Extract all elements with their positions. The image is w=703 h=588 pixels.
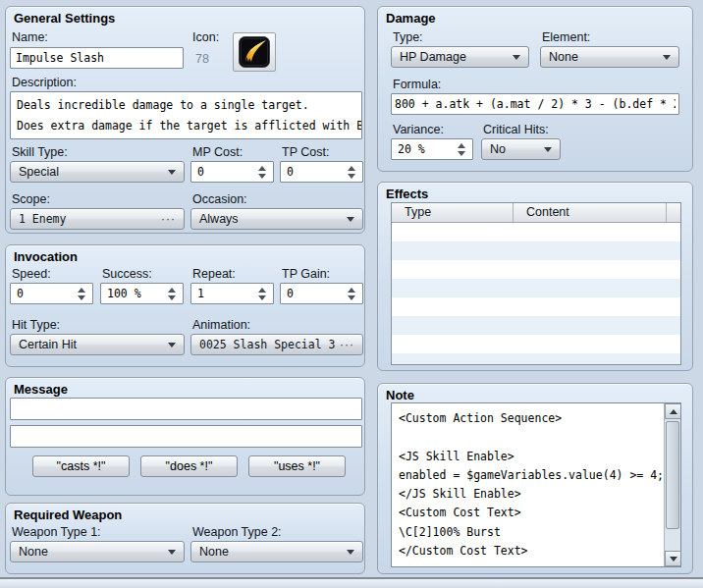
animation-label: Animation: bbox=[192, 318, 250, 332]
note-scrollbar[interactable] bbox=[664, 403, 680, 566]
mp-cost-stepper[interactable]: 0 bbox=[190, 161, 274, 183]
spinner-up-icon[interactable] bbox=[348, 288, 355, 293]
mp-cost-value: 0 bbox=[197, 165, 255, 179]
element-select[interactable]: None bbox=[540, 46, 679, 68]
message-line2-input[interactable] bbox=[10, 425, 362, 448]
tp-cost-label: TP Cost: bbox=[282, 145, 329, 159]
hit-type-label: Hit Type: bbox=[12, 318, 60, 332]
spinner-buttons bbox=[75, 288, 88, 300]
name-input[interactable] bbox=[10, 47, 184, 69]
spinner-up-icon[interactable] bbox=[168, 288, 176, 293]
note-title: Note bbox=[386, 388, 414, 402]
message-group: Message "casts *!" "does *!" "uses *!" bbox=[5, 377, 365, 496]
speed-value: 0 bbox=[17, 287, 75, 300]
spinner-buttons bbox=[455, 143, 468, 156]
effects-table-header: Type Content bbox=[392, 203, 680, 223]
scope-label: Scope: bbox=[12, 192, 50, 206]
spinner-buttons bbox=[255, 166, 269, 179]
animation-value: 0025 Slash Special 3 bbox=[199, 338, 336, 351]
success-label: Success: bbox=[102, 267, 152, 281]
effects-table: Type Content bbox=[391, 202, 681, 365]
required-weapon-title: Required Weapon bbox=[14, 508, 122, 522]
icon-label: Icon: bbox=[192, 30, 219, 44]
effects-list[interactable] bbox=[392, 223, 680, 364]
spinner-down-icon[interactable] bbox=[78, 295, 85, 300]
tp-cost-stepper[interactable]: 0 bbox=[280, 161, 363, 183]
skill-type-value: Special bbox=[19, 165, 164, 179]
weapon-type1-select[interactable]: None bbox=[10, 541, 185, 562]
element-value: None bbox=[549, 50, 659, 64]
uses-template-button[interactable]: "uses *!" bbox=[248, 455, 346, 477]
dropdown-arrow-icon bbox=[513, 55, 520, 60]
dropdown-arrow-icon bbox=[168, 550, 176, 555]
variance-value: 20 % bbox=[398, 142, 455, 156]
critical-hits-value: No bbox=[490, 142, 540, 156]
success-stepper[interactable]: 100 % bbox=[100, 283, 184, 304]
speed-label: Speed: bbox=[12, 267, 51, 281]
damage-group: Damage Type: HP Damage Element: None For… bbox=[377, 6, 693, 172]
spinner-buttons bbox=[165, 288, 179, 300]
more-icon: ··· bbox=[340, 338, 354, 351]
dropdown-arrow-icon bbox=[663, 55, 671, 60]
animation-picker-button[interactable]: 0025 Slash Special 3 ··· bbox=[190, 334, 363, 355]
speed-stepper[interactable]: 0 bbox=[10, 283, 93, 304]
spinner-down-icon[interactable] bbox=[458, 151, 465, 156]
scope-value: 1 Enemy bbox=[19, 212, 157, 226]
spinner-down-icon[interactable] bbox=[348, 295, 355, 300]
required-weapon-group: Required Weapon Weapon Type 1: None Weap… bbox=[5, 503, 365, 574]
description-input[interactable]: Deals incredible damage to a single targ… bbox=[10, 91, 362, 139]
spinner-up-icon[interactable] bbox=[78, 288, 85, 293]
casts-template-button[interactable]: "casts *!" bbox=[32, 455, 130, 477]
repeat-label: Repeat: bbox=[192, 267, 236, 281]
note-textarea[interactable]: <Custom Action Sequence> <JS Skill Enabl… bbox=[391, 402, 681, 567]
message-title: Message bbox=[14, 382, 68, 397]
effects-col-content: Content bbox=[514, 203, 667, 222]
skill-editor-window: General Settings Name: Icon: 78 Descr bbox=[0, 0, 703, 588]
icon-index: 78 bbox=[195, 52, 209, 66]
spinner-up-icon[interactable] bbox=[258, 288, 266, 293]
spinner-down-icon[interactable] bbox=[258, 174, 266, 179]
critical-hits-label: Critical Hits: bbox=[483, 123, 549, 136]
tp-cost-value: 0 bbox=[287, 165, 345, 179]
spinner-up-icon[interactable] bbox=[348, 166, 355, 171]
note-group: Note <Custom Action Sequence> <JS Skill … bbox=[377, 383, 693, 574]
does-template-button[interactable]: "does *!" bbox=[140, 455, 238, 477]
scroll-up-icon bbox=[670, 409, 677, 414]
note-text: <Custom Action Sequence> <JS Skill Enabl… bbox=[399, 409, 664, 561]
damage-type-value: HP Damage bbox=[400, 50, 509, 64]
hit-type-value: Certain Hit bbox=[19, 338, 164, 351]
spinner-up-icon[interactable] bbox=[258, 166, 266, 171]
formula-input[interactable] bbox=[391, 93, 679, 115]
dropdown-arrow-icon bbox=[168, 343, 176, 347]
spinner-down-icon[interactable] bbox=[258, 295, 266, 300]
slash-skill-icon bbox=[239, 36, 270, 68]
icon-picker-button[interactable] bbox=[233, 32, 276, 72]
weapon-type2-select[interactable]: None bbox=[190, 541, 363, 562]
description-label: Description: bbox=[12, 76, 77, 89]
variance-stepper[interactable]: 20 % bbox=[391, 138, 473, 160]
spinner-down-icon[interactable] bbox=[348, 174, 355, 179]
repeat-stepper[interactable]: 1 bbox=[190, 283, 274, 304]
dropdown-arrow-icon bbox=[347, 550, 354, 555]
message-line1-input[interactable] bbox=[10, 398, 362, 420]
skill-type-select[interactable]: Special bbox=[10, 161, 185, 183]
hit-type-select[interactable]: Certain Hit bbox=[10, 334, 185, 355]
damage-type-select[interactable]: HP Damage bbox=[391, 46, 529, 68]
spinner-buttons bbox=[345, 288, 358, 300]
tp-gain-value: 0 bbox=[287, 287, 345, 300]
tp-gain-stepper[interactable]: 0 bbox=[280, 283, 363, 304]
weapon-type2-label: Weapon Type 2: bbox=[192, 525, 282, 539]
scope-picker-button[interactable]: 1 Enemy ··· bbox=[10, 208, 185, 230]
scroll-up-button[interactable] bbox=[665, 403, 681, 419]
variance-label: Variance: bbox=[393, 123, 444, 136]
spinner-down-icon[interactable] bbox=[168, 295, 176, 300]
general-settings-group: General Settings Name: Icon: 78 Descr bbox=[5, 6, 365, 234]
spinner-up-icon[interactable] bbox=[458, 143, 465, 148]
scroll-down-button[interactable] bbox=[665, 551, 681, 566]
occasion-select[interactable]: Always bbox=[190, 208, 363, 230]
critical-hits-select[interactable]: No bbox=[481, 138, 561, 160]
name-label: Name: bbox=[12, 30, 48, 44]
scrollbar-thumb[interactable] bbox=[666, 421, 679, 529]
success-value: 100 % bbox=[107, 287, 165, 300]
formula-label: Formula: bbox=[393, 78, 441, 91]
